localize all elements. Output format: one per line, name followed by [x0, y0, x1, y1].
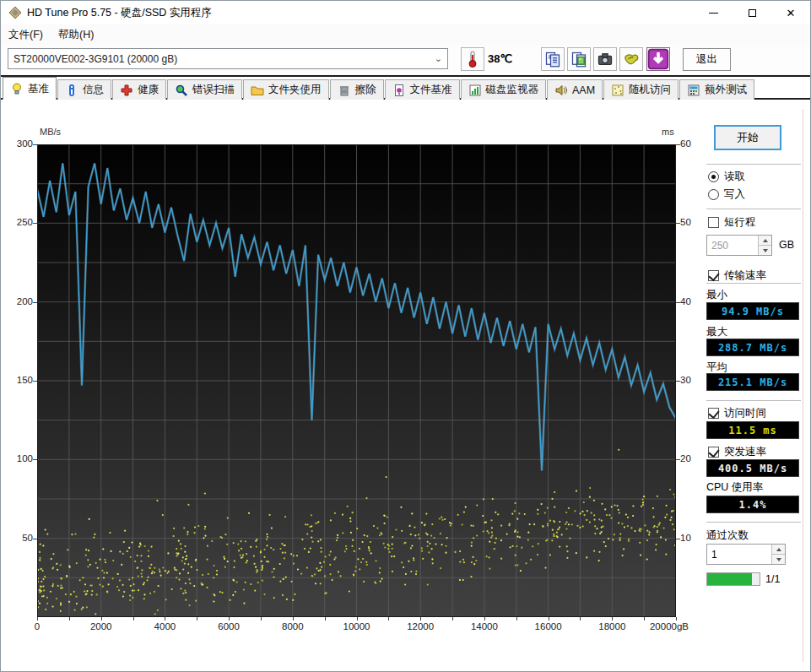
- info-icon: [65, 84, 78, 97]
- y-right-tick-label: 60: [680, 138, 707, 149]
- capacity-spinner[interactable]: [758, 236, 771, 255]
- x-tick-label: 10000: [332, 621, 382, 631]
- tab-label: 磁盘监视器: [486, 83, 539, 97]
- tab-disk-monitor[interactable]: 磁盘监视器: [461, 79, 547, 100]
- burst-rate-display: 400.5 MB/s: [706, 459, 799, 477]
- tab-label: 信息: [83, 83, 104, 97]
- trash-icon: [338, 84, 351, 97]
- donate-button[interactable]: [619, 47, 643, 71]
- tab-error-scan[interactable]: 错误扫描: [167, 79, 242, 100]
- cpu-usage-display: 1.4%: [706, 496, 799, 513]
- x-tick: [580, 617, 581, 621]
- capacity-unit-label: GB: [779, 239, 794, 251]
- progress-label: 1/1: [765, 573, 780, 585]
- tab-aam[interactable]: AAM: [547, 79, 603, 100]
- y-right-tick: [676, 459, 680, 460]
- tab-label: 额外测试: [705, 83, 747, 97]
- y-left-tick-label: 200: [6, 296, 33, 306]
- toolbar: ST20000VE002-3G9101 (20000 gB) ⌄ 38℃ 退出: [1, 45, 810, 75]
- y-axis-right-unit: ms: [662, 127, 674, 137]
- folder-icon: [251, 84, 264, 97]
- start-button[interactable]: 开始: [714, 125, 781, 150]
- temperature-button[interactable]: [461, 47, 484, 71]
- menu-item-file[interactable]: 文件(F): [1, 25, 51, 45]
- y-right-tick: [676, 223, 680, 224]
- tab-label: AAM: [572, 84, 595, 96]
- checkbox-transfer-rate[interactable]: 传输速率: [708, 268, 766, 283]
- y-right-tick-label: 40: [680, 296, 707, 306]
- drive-selector-value: ST20000VE002-3G9101 (20000 gB): [14, 53, 177, 65]
- min-label: 最小: [706, 288, 727, 302]
- y-axis-left-unit: MB/s: [40, 127, 61, 137]
- x-tick-label: 0: [12, 621, 62, 631]
- menu-bar: 文件(F) 帮助(H): [1, 24, 810, 45]
- y-right-tick: [676, 302, 680, 303]
- x-tick: [388, 617, 389, 621]
- tab-label: 健康: [138, 83, 159, 97]
- x-tick: [676, 617, 677, 621]
- close-button[interactable]: ✕: [771, 1, 810, 24]
- tab-health[interactable]: 健康: [112, 79, 166, 100]
- y-left-tick-label: 50: [6, 533, 33, 543]
- pass-count-spinner[interactable]: [771, 545, 785, 564]
- tab-erase[interactable]: 擦除: [330, 79, 384, 100]
- cross-icon: [120, 84, 133, 97]
- copy-image-button[interactable]: [567, 47, 591, 71]
- checkbox-burst-rate[interactable]: 突发速率: [708, 445, 766, 459]
- benchmark-plot: [37, 144, 676, 617]
- radio-write[interactable]: 写入: [708, 187, 745, 202]
- copy-text-button[interactable]: [541, 47, 565, 71]
- tab-benchmark[interactable]: 基准: [3, 77, 57, 100]
- x-tick-label: 14000: [459, 621, 510, 631]
- y-left-tick: [33, 144, 37, 145]
- radio-write-mark: [708, 189, 719, 200]
- tab-random-access[interactable]: 随机访问: [603, 79, 679, 100]
- y-right-tick: [676, 144, 680, 145]
- pass-count-input[interactable]: 1: [706, 544, 786, 565]
- camera-icon: [597, 51, 614, 68]
- download-icon: [647, 48, 669, 70]
- y-left-tick: [33, 459, 37, 460]
- y-right-tick-label: 10: [680, 533, 707, 543]
- tab-file-benchmark[interactable]: 文件基准: [385, 79, 460, 100]
- minimize-button[interactable]: [694, 1, 733, 24]
- x-tick-label: 18000: [587, 621, 637, 631]
- y-left-tick: [33, 223, 37, 224]
- x-tick: [293, 617, 294, 621]
- y-right-tick-label: 20: [680, 453, 707, 463]
- drive-selector[interactable]: ST20000VE002-3G9101 (20000 gB) ⌄: [8, 48, 448, 69]
- diskmon-icon: [468, 84, 482, 97]
- cpu-usage-label: CPU 使用率: [706, 480, 763, 495]
- y-left-tick-label: 150: [6, 375, 33, 385]
- checkbox-access-time[interactable]: 访问时间: [708, 406, 766, 420]
- separator: [706, 209, 801, 209]
- pass-count-label: 通过次数: [706, 528, 749, 543]
- tab-folder-usage[interactable]: 文件夹使用: [243, 79, 329, 100]
- camera-button[interactable]: [593, 47, 617, 71]
- separator: [706, 522, 801, 523]
- tab-extra-tests[interactable]: 额外测试: [679, 79, 754, 100]
- copy-text-icon: [544, 51, 561, 68]
- separator: [706, 164, 801, 165]
- exit-button[interactable]: 退出: [683, 48, 731, 71]
- max-label: 最大: [706, 325, 727, 339]
- tab-info[interactable]: 信息: [57, 79, 111, 100]
- checkbox-short-stroke[interactable]: 短行程: [708, 215, 756, 230]
- y-right-tick: [676, 539, 680, 539]
- checkbox-transfer-rate-mark: [708, 270, 719, 281]
- bulb-icon: [10, 82, 24, 95]
- filebench-icon: [392, 84, 406, 97]
- copy-image-icon: [570, 51, 587, 68]
- temperature-readout: 38℃: [488, 52, 512, 65]
- y-right-tick: [676, 381, 680, 382]
- x-tick: [261, 617, 262, 621]
- menu-item-help[interactable]: 帮助(H): [51, 25, 101, 45]
- app-window: HD Tune Pro 5.75 - 硬盘/SSD 实用程序 ✕ 文件(F) 帮…: [0, 0, 811, 672]
- download-button[interactable]: [646, 47, 670, 71]
- radio-read[interactable]: 读取: [708, 170, 745, 184]
- short-stroke-capacity-input[interactable]: 250: [706, 235, 772, 256]
- maximize-button[interactable]: [733, 1, 771, 24]
- window-title: HD Tune Pro 5.75 - 硬盘/SSD 实用程序: [27, 6, 212, 20]
- access-time-display: 11.5 ms: [706, 421, 799, 439]
- tab-label: 基准: [28, 82, 49, 96]
